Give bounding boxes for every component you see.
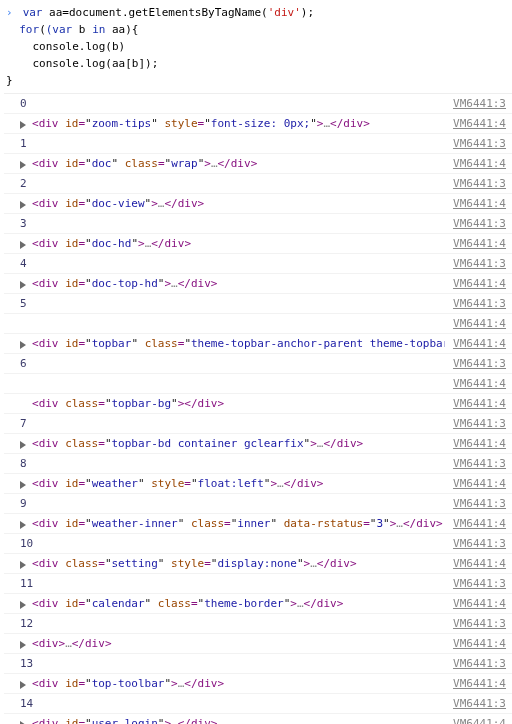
console-log-element[interactable]: <div id="doc" class="wrap">…</div>VM6441… [4, 154, 512, 174]
log-content: 13 [20, 655, 453, 672]
source-link[interactable]: VM6441:3 [453, 95, 506, 112]
log-index-value: 14 [20, 695, 33, 712]
log-content: <div class="setting" style="display:none… [20, 555, 453, 572]
element-preview[interactable]: <div id="doc-hd">…</div> [32, 235, 191, 252]
source-link[interactable]: VM6441:3 [453, 575, 506, 592]
source-link[interactable]: VM6441:4 [453, 475, 506, 492]
console-log-element[interactable]: <div id="topbar" class="theme-topbar-anc… [4, 334, 512, 354]
console-log-index: 14VM6441:3 [4, 694, 512, 714]
console-log-element[interactable]: <div id="weather-inner" class="inner" da… [4, 514, 512, 534]
disclosure-triangle-icon[interactable] [20, 641, 26, 649]
source-link[interactable]: VM6441:4 [453, 195, 506, 212]
disclosure-triangle-icon[interactable] [20, 241, 26, 249]
console-log-element[interactable]: <div id="doc-hd">…</div>VM6441:4 [4, 234, 512, 254]
console-log-element[interactable]: <div id="weather" style="float:left">…</… [4, 474, 512, 494]
source-link[interactable]: VM6441:3 [453, 535, 506, 552]
element-preview[interactable]: <div>…</div> [32, 635, 112, 652]
source-link[interactable]: VM6441:3 [453, 215, 506, 232]
console-log-element[interactable]: <div class="topbar-bd container gclearfi… [4, 434, 512, 454]
log-index-value: 11 [20, 575, 33, 592]
log-content: 1 [20, 135, 453, 152]
source-link[interactable]: VM6441:3 [453, 175, 506, 192]
element-preview[interactable]: <div id="weather" style="float:left">…</… [32, 475, 323, 492]
log-content: <div id="weather" style="float:left">…</… [20, 475, 453, 492]
source-link[interactable]: VM6441:3 [453, 495, 506, 512]
log-content: 5 [20, 295, 453, 312]
source-link[interactable]: VM6441:4 [453, 335, 506, 352]
source-link[interactable]: VM6441:3 [453, 655, 506, 672]
source-link[interactable]: VM6441:3 [453, 455, 506, 472]
disclosure-triangle-icon[interactable] [20, 681, 26, 689]
source-link[interactable]: VM6441:4 [453, 315, 506, 332]
source-link[interactable]: VM6441:4 [453, 275, 506, 292]
disclosure-triangle-icon[interactable] [20, 561, 26, 569]
disclosure-triangle-icon[interactable] [20, 441, 26, 449]
source-link[interactable]: VM6441:3 [453, 615, 506, 632]
disclosure-triangle-icon[interactable] [20, 521, 26, 529]
disclosure-triangle-icon[interactable] [20, 341, 26, 349]
disclosure-triangle-icon[interactable] [20, 481, 26, 489]
console-log-index: 12VM6441:3 [4, 614, 512, 634]
source-link[interactable]: VM6441:4 [453, 395, 506, 412]
source-link[interactable]: VM6441:4 [453, 715, 506, 724]
element-preview[interactable]: <div id="user-login">…</div> [32, 715, 217, 724]
console-log-list: 0VM6441:3<div id="zoom-tips" style="font… [4, 94, 512, 724]
log-index-value: 10 [20, 535, 33, 552]
element-preview[interactable]: <div id="doc" class="wrap">…</div> [32, 155, 257, 172]
source-link[interactable]: VM6441:3 [453, 695, 506, 712]
console-log-element[interactable]: <div id="doc-top-hd">…</div>VM6441:4 [4, 274, 512, 294]
element-preview[interactable]: <div class="setting" style="display:none… [32, 555, 357, 572]
console-log-element[interactable]: <div>…</div>VM6441:4 [4, 634, 512, 654]
console-log-element[interactable]: <div id="top-toolbar">…</div>VM6441:4 [4, 674, 512, 694]
console-log-element[interactable]: <div id="user-login">…</div>VM6441:4 [4, 714, 512, 724]
source-link[interactable]: VM6441:4 [453, 235, 506, 252]
source-link[interactable]: VM6441:3 [453, 135, 506, 152]
source-link[interactable]: VM6441:3 [453, 415, 506, 432]
console-log-element[interactable]: <div class="topbar-bg"></div>VM6441:4 [4, 394, 512, 414]
element-preview[interactable]: <div id="zoom-tips" style="font-size: 0p… [32, 115, 370, 132]
source-link[interactable]: VM6441:4 [453, 515, 506, 532]
log-index-value: 5 [20, 295, 27, 312]
console-log-element[interactable]: <div id="doc-view">…</div>VM6441:4 [4, 194, 512, 214]
element-preview[interactable]: <div id="doc-view">…</div> [32, 195, 204, 212]
console-log-source-extra: VM6441:4 [4, 314, 512, 334]
element-preview[interactable]: <div id="calendar" class="theme-border">… [32, 595, 343, 612]
console-scroll-area[interactable]: › var aa=document.getElementsByTagName('… [0, 0, 512, 724]
console-log-element[interactable]: <div id="calendar" class="theme-border">… [4, 594, 512, 614]
console-log-element[interactable]: <div class="setting" style="display:none… [4, 554, 512, 574]
disclosure-triangle-icon[interactable] [20, 201, 26, 209]
console-log-index: 3VM6441:3 [4, 214, 512, 234]
element-preview[interactable]: <div class="topbar-bg"></div> [32, 395, 224, 412]
element-preview[interactable]: <div id="weather-inner" class="inner" da… [32, 515, 443, 532]
source-link[interactable]: VM6441:3 [453, 255, 506, 272]
source-link[interactable]: VM6441:4 [453, 155, 506, 172]
log-content: 12 [20, 615, 453, 632]
element-preview[interactable]: <div class="topbar-bd container gclearfi… [32, 435, 363, 452]
source-link[interactable]: VM6441:4 [453, 635, 506, 652]
console-input-line-1: › var aa=document.getElementsByTagName('… [6, 4, 508, 21]
source-link[interactable]: VM6441:4 [453, 595, 506, 612]
disclosure-triangle-icon[interactable] [20, 281, 26, 289]
source-link[interactable]: VM6441:4 [453, 115, 506, 132]
console-log-element[interactable]: <div id="zoom-tips" style="font-size: 0p… [4, 114, 512, 134]
disclosure-triangle-icon[interactable] [20, 121, 26, 129]
log-content: 11 [20, 575, 453, 592]
console-log-index: 2VM6441:3 [4, 174, 512, 194]
source-link[interactable]: VM6441:4 [453, 675, 506, 692]
console-input-block: › var aa=document.getElementsByTagName('… [4, 2, 512, 94]
element-preview[interactable]: <div id="topbar" class="theme-topbar-anc… [32, 335, 445, 352]
disclosure-triangle-icon[interactable] [20, 601, 26, 609]
source-link[interactable]: VM6441:4 [453, 435, 506, 452]
log-content: <div id="doc-view">…</div> [20, 195, 453, 212]
console-log-index: 5VM6441:3 [4, 294, 512, 314]
disclosure-triangle-icon[interactable] [20, 161, 26, 169]
log-content: <div id="zoom-tips" style="font-size: 0p… [20, 115, 453, 132]
element-preview[interactable]: <div id="doc-top-hd">…</div> [32, 275, 217, 292]
element-preview[interactable]: <div id="top-toolbar">…</div> [32, 675, 224, 692]
log-content: <div>…</div> [20, 635, 453, 652]
source-link[interactable]: VM6441:3 [453, 355, 506, 372]
source-link[interactable]: VM6441:3 [453, 295, 506, 312]
source-link[interactable]: VM6441:4 [453, 375, 506, 392]
log-content: 2 [20, 175, 453, 192]
source-link[interactable]: VM6441:4 [453, 555, 506, 572]
